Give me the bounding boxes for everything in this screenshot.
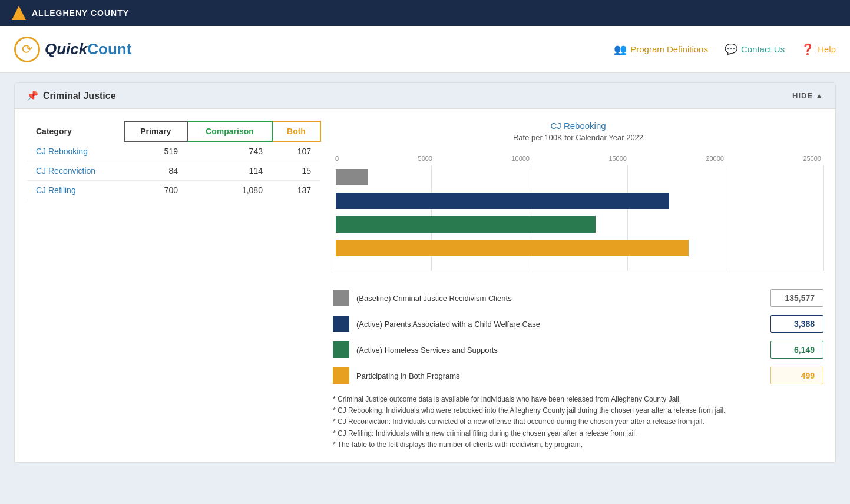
legend-value-0: 135,577	[770, 289, 823, 307]
logo-icon: ⟳	[14, 37, 40, 62]
bar-row-1	[333, 189, 823, 213]
legend-swatch-1	[333, 316, 349, 332]
row-comparison-2: 1,080	[187, 181, 272, 200]
axis-label-0: 0	[335, 155, 339, 162]
legend-item-2: (Active) Homeless Services and Supports …	[333, 341, 823, 359]
cj-card-header: 📌 Criminal Justice HIDE ▲	[15, 83, 835, 109]
row-primary-1: 84	[124, 161, 187, 181]
top-bar: ALLEGHENY COUNTY	[0, 0, 850, 26]
axis-labels: 0500010000150002000025000	[333, 155, 823, 162]
axis-label-5: 25000	[803, 155, 821, 162]
comparison-header: Comparison	[187, 121, 272, 141]
bar-0	[336, 169, 368, 185]
logo-count: Count	[87, 40, 131, 58]
content-area: 📌 Criminal Justice HIDE ▲ Category Prima…	[0, 73, 850, 472]
row-comparison-1: 114	[187, 161, 272, 181]
row-primary-2: 700	[124, 181, 187, 200]
legend-swatch-3	[333, 367, 349, 384]
logo-area: ⟳ QuickCount	[14, 37, 131, 62]
legend-item-1: (Active) Parents Associated with a Child…	[333, 315, 823, 333]
category-header: Category	[27, 121, 124, 141]
legend-value-3: 499	[770, 367, 823, 384]
chart-subtitle: Rate per 100K for Calendar Year 2022	[333, 133, 823, 142]
notes: * Criminal Justice outcome data is avail…	[333, 394, 823, 450]
row-both-0: 107	[272, 141, 320, 161]
table-row: CJ Rebooking 519 743 107	[27, 141, 320, 161]
pin-icon: 📌	[27, 90, 38, 101]
help-nav[interactable]: ❓ Help	[801, 43, 836, 56]
hide-button[interactable]: HIDE ▲	[792, 91, 823, 100]
help-label: Help	[818, 44, 836, 54]
axis-label-4: 20000	[706, 155, 724, 162]
chart-area: 0500010000150002000025000	[333, 149, 823, 277]
program-definitions-nav[interactable]: 👥 Program Definitions	[614, 43, 708, 56]
axis-label-1: 5000	[418, 155, 432, 162]
data-table: Category Primary Comparison Both CJ Rebo…	[27, 121, 321, 200]
header-nav: 👥 Program Definitions 💬 Contact Us ❓ Hel…	[614, 43, 836, 56]
axis-label-3: 15000	[608, 155, 627, 162]
legend-label-1: (Active) Parents Associated with a Child…	[356, 320, 763, 329]
cj-card-body: Category Primary Comparison Both CJ Rebo…	[15, 109, 835, 462]
bar-2	[336, 216, 596, 233]
logo-text: QuickCount	[45, 40, 131, 58]
legend-item-0: (Baseline) Criminal Justice Recidivism C…	[333, 289, 823, 307]
note-2: * CJ Reconviction: Individuals convicted…	[333, 416, 823, 427]
contact-us-label: Contact Us	[741, 44, 785, 54]
legend-label-0: (Baseline) Criminal Justice Recidivism C…	[356, 294, 763, 303]
legend-item-3: Participating in Both Programs 499	[333, 367, 823, 384]
header: ⟳ QuickCount 👥 Program Definitions 💬 Con…	[0, 26, 850, 73]
bar-row-3	[333, 236, 823, 260]
note-3: * CJ Refiling: Individuals with a new cr…	[333, 428, 823, 439]
row-comparison-0: 743	[187, 141, 272, 161]
primary-header: Primary	[124, 121, 187, 141]
legend-value-2: 6,149	[770, 341, 823, 359]
county-logo-triangle	[12, 6, 26, 20]
contact-us-icon: 💬	[725, 43, 737, 56]
cj-section-title: Criminal Justice	[43, 91, 116, 101]
cj-card: 📌 Criminal Justice HIDE ▲ Category Prima…	[14, 82, 836, 463]
legend-swatch-0	[333, 290, 349, 306]
contact-us-nav[interactable]: 💬 Contact Us	[725, 43, 785, 56]
row-category-2[interactable]: CJ Refiling	[27, 181, 124, 200]
note-4: * The table to the left displays the num…	[333, 439, 823, 450]
legend-swatch-2	[333, 341, 349, 358]
note-0: * Criminal Justice outcome data is avail…	[333, 394, 823, 405]
chevron-up-icon: ▲	[815, 91, 823, 100]
legend-label-2: (Active) Homeless Services and Supports	[356, 346, 763, 354]
table-row: CJ Refiling 700 1,080 137	[27, 181, 320, 200]
cj-title-area: 📌 Criminal Justice	[27, 90, 116, 101]
chart-title: CJ Rebooking	[333, 121, 823, 131]
row-primary-0: 519	[124, 141, 187, 161]
bar-1	[336, 193, 669, 209]
note-1: * CJ Rebooking: Individuals who were reb…	[333, 405, 823, 416]
axis-label-2: 10000	[511, 155, 530, 162]
logo-quick: Quick	[45, 40, 87, 58]
hide-label: HIDE	[792, 91, 813, 100]
row-category-0[interactable]: CJ Rebooking	[27, 141, 124, 161]
program-definitions-icon: 👥	[614, 43, 627, 56]
county-name: ALLEGHENY COUNTY	[32, 8, 129, 18]
row-category-1[interactable]: CJ Reconviction	[27, 161, 124, 181]
grid-line-5	[823, 165, 824, 271]
help-icon: ❓	[801, 43, 814, 56]
program-definitions-label: Program Definitions	[630, 44, 708, 54]
table-row: CJ Reconviction 84 114 15	[27, 161, 320, 181]
legend: (Baseline) Criminal Justice Recidivism C…	[333, 289, 823, 384]
bar-row-0	[333, 165, 823, 189]
both-header: Both	[272, 121, 320, 141]
legend-value-1: 3,388	[770, 315, 823, 333]
bar-3	[336, 240, 689, 256]
legend-label-3: Participating in Both Programs	[356, 372, 763, 380]
chart-section: CJ Rebooking Rate per 100K for Calendar …	[333, 121, 823, 450]
row-both-2: 137	[272, 181, 320, 200]
row-both-1: 15	[272, 161, 320, 181]
table-section: Category Primary Comparison Both CJ Rebo…	[27, 121, 321, 450]
bar-row-2	[333, 213, 823, 236]
chart-bars-container	[333, 165, 823, 271]
